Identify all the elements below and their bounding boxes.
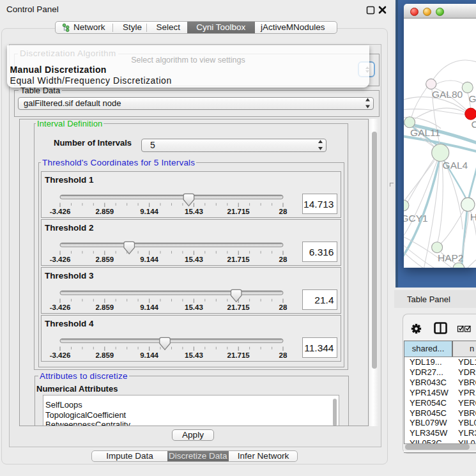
svg-text:15.43: 15.43 [185, 256, 203, 263]
svg-text:28: 28 [279, 208, 288, 215]
svg-text:-3.426: -3.426 [50, 303, 71, 311]
svg-text:GCY1: GCY1 [404, 212, 428, 223]
svg-text:2.859: 2.859 [95, 256, 114, 263]
svg-text:HAP2: HAP2 [438, 252, 464, 263]
svg-text:9.144: 9.144 [140, 351, 158, 359]
svg-text:15.43: 15.43 [185, 208, 203, 215]
svg-text:GA: GA [469, 93, 476, 104]
svg-text:-3.426: -3.426 [50, 351, 71, 359]
svg-text:H: H [470, 211, 476, 222]
svg-text:28: 28 [279, 303, 288, 311]
svg-text:15.43: 15.43 [185, 303, 203, 311]
svg-text:21.715: 21.715 [227, 351, 250, 359]
svg-text:GAL4: GAL4 [443, 159, 468, 170]
svg-text:2.859: 2.859 [95, 208, 114, 215]
svg-text:9.144: 9.144 [140, 256, 158, 263]
svg-text:21.715: 21.715 [227, 208, 250, 215]
svg-text:GAL11: GAL11 [410, 127, 440, 137]
svg-text:28: 28 [279, 351, 288, 359]
svg-text:21.715: 21.715 [227, 303, 250, 311]
svg-text:CY: CY [472, 118, 476, 129]
svg-text:-3.426: -3.426 [50, 256, 71, 263]
svg-text:GAL80: GAL80 [432, 88, 463, 99]
svg-text:21.715: 21.715 [227, 256, 250, 263]
svg-text:9.144: 9.144 [140, 303, 158, 311]
svg-text:2.859: 2.859 [95, 303, 114, 311]
svg-text:-3.426: -3.426 [50, 208, 71, 215]
svg-text:2.859: 2.859 [95, 351, 114, 359]
svg-text:9.144: 9.144 [140, 208, 158, 215]
svg-text:28: 28 [279, 256, 288, 263]
svg-text:15.43: 15.43 [185, 351, 203, 359]
